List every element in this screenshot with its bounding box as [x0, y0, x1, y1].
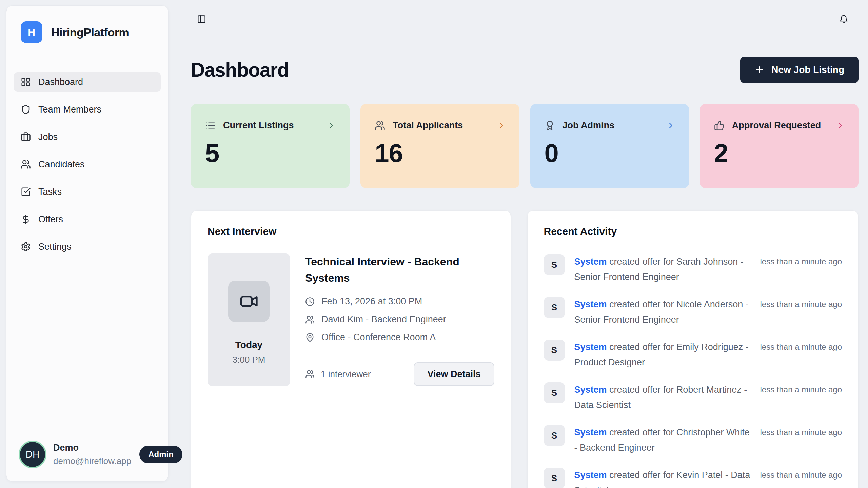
layout-grid-icon — [21, 77, 31, 87]
sidebar-item-candidates[interactable]: Candidates — [14, 155, 161, 174]
stat-label: Approval Requested — [732, 120, 821, 131]
activity-text: System created offer for Nicole Anderson… — [574, 297, 751, 327]
brand: H HiringPlatform — [14, 21, 161, 43]
user-email: demo@hireflow.app — [53, 456, 131, 466]
award-icon — [545, 120, 555, 131]
bell-icon — [839, 15, 848, 24]
interview-datetime-row: Feb 13, 2026 at 3:00 PM — [305, 296, 494, 307]
sidebar-toggle-button[interactable] — [197, 15, 206, 24]
sidebar-item-tasks[interactable]: Tasks — [14, 182, 161, 202]
users-icon — [375, 120, 385, 131]
view-details-button[interactable]: View Details — [414, 362, 494, 386]
activity-item: S System created offer for Kevin Patel -… — [544, 468, 842, 488]
stat-label: Job Admins — [563, 120, 615, 131]
chevron-right-icon — [497, 121, 506, 130]
chevron-right-icon — [836, 121, 845, 130]
activity-actor[interactable]: System — [574, 342, 607, 352]
briefcase-icon — [21, 132, 31, 142]
stat-value: 2 — [714, 140, 845, 166]
clock-icon — [305, 297, 315, 306]
new-job-listing-button[interactable]: New Job Listing — [740, 57, 859, 83]
content: Dashboard New Job Listing Current Listin… — [169, 57, 868, 488]
sidebar-spacer — [14, 257, 161, 442]
interview-title: Technical Interview - Backend Systems — [305, 253, 481, 286]
sidebar-item-offers[interactable]: Offers — [14, 209, 161, 229]
recent-activity-panel: Recent Activity S System created offer f… — [527, 210, 859, 488]
interview-location-row: Office - Conference Room A — [305, 332, 494, 343]
users-icon — [305, 315, 315, 324]
sidebar-item-jobs[interactable]: Jobs — [14, 127, 161, 147]
sidebar-nav: Dashboard Team Members Jobs Candidates T… — [14, 72, 161, 257]
sidebar-item-label: Offers — [38, 214, 63, 225]
activity-item: S System created offer for Sarah Johnson… — [544, 254, 842, 285]
sidebar-item-label: Team Members — [38, 104, 101, 115]
activity-avatar: S — [544, 297, 565, 318]
activity-actor[interactable]: System — [574, 385, 607, 395]
activity-list: S System created offer for Sarah Johnson… — [544, 254, 842, 488]
stat-value: 16 — [375, 140, 506, 166]
interview-time-label: 3:00 PM — [233, 354, 265, 365]
activity-actor[interactable]: System — [574, 427, 607, 438]
stat-card-job-admins[interactable]: Job Admins 0 — [530, 104, 689, 188]
chevron-right-icon — [666, 121, 675, 130]
app-logo: H — [21, 21, 42, 43]
sidebar-item-label: Tasks — [38, 187, 62, 197]
user-name: Demo — [53, 443, 131, 453]
plus-icon — [754, 65, 765, 75]
gear-icon — [21, 242, 31, 252]
sidebar-item-label: Settings — [38, 242, 72, 252]
activity-timestamp: less than a minute ago — [760, 468, 842, 480]
interviewer-count: 1 interviewer — [305, 369, 371, 380]
sidebar: H HiringPlatform Dashboard Team Members … — [6, 5, 169, 482]
check-square-icon — [21, 187, 31, 197]
activity-actor[interactable]: System — [574, 470, 607, 480]
topbar — [169, 0, 868, 38]
activity-avatar: S — [544, 340, 565, 361]
activity-text: System created offer for Sarah Johnson -… — [574, 254, 751, 285]
sidebar-item-dashboard[interactable]: Dashboard — [14, 72, 161, 92]
interview-day-label: Today — [235, 340, 262, 350]
thumbs-up-icon — [714, 120, 725, 131]
chevron-right-icon — [327, 121, 336, 130]
activity-timestamp: less than a minute ago — [760, 254, 842, 266]
activity-avatar: S — [544, 425, 565, 446]
sidebar-item-label: Jobs — [38, 132, 58, 142]
stat-label: Current Listings — [223, 120, 294, 131]
new-job-listing-label: New Job Listing — [771, 64, 844, 75]
interview-date-tile: Today 3:00 PM — [208, 253, 290, 386]
avatar: DH — [20, 442, 45, 467]
interview-datetime: Feb 13, 2026 at 3:00 PM — [321, 296, 422, 307]
interviewer-count-label: 1 interviewer — [321, 369, 371, 380]
activity-timestamp: less than a minute ago — [760, 340, 842, 352]
user-card[interactable]: DH Demo demo@hireflow.app Admin — [14, 442, 161, 467]
stat-card-approval-requested[interactable]: Approval Requested 2 — [700, 104, 859, 188]
video-camera-icon — [239, 292, 258, 311]
activity-actor[interactable]: System — [574, 257, 607, 267]
activity-item: S System created offer for Robert Martin… — [544, 382, 842, 413]
activity-avatar: S — [544, 468, 565, 488]
next-interview-panel: Next Interview Today 3:00 PM Technical I… — [191, 210, 511, 488]
stat-card-current-listings[interactable]: Current Listings 5 — [191, 104, 350, 188]
sidebar-item-label: Dashboard — [38, 77, 83, 87]
users-icon — [21, 159, 31, 169]
page-title: Dashboard — [191, 59, 289, 81]
interview-location: Office - Conference Room A — [321, 332, 436, 343]
activity-text: System created offer for Christopher Whi… — [574, 425, 751, 455]
notifications-button[interactable] — [839, 15, 848, 24]
sidebar-item-settings[interactable]: Settings — [14, 237, 161, 257]
main-area: Dashboard New Job Listing Current Listin… — [169, 0, 868, 488]
activity-timestamp: less than a minute ago — [760, 382, 842, 394]
activity-actor[interactable]: System — [574, 299, 607, 309]
activity-timestamp: less than a minute ago — [760, 297, 842, 309]
activity-text: System created offer for Emily Rodriguez… — [574, 340, 751, 370]
stat-value: 0 — [545, 140, 675, 166]
stat-label: Total Applicants — [393, 120, 463, 131]
list-icon — [205, 120, 216, 131]
sidebar-item-team-members[interactable]: Team Members — [14, 100, 161, 119]
stat-card-total-applicants[interactable]: Total Applicants 16 — [360, 104, 519, 188]
shield-icon — [21, 104, 31, 115]
activity-text: System created offer for Robert Martinez… — [574, 382, 751, 413]
dollar-icon — [21, 214, 31, 224]
activity-timestamp: less than a minute ago — [760, 425, 842, 437]
users-icon — [305, 369, 315, 379]
